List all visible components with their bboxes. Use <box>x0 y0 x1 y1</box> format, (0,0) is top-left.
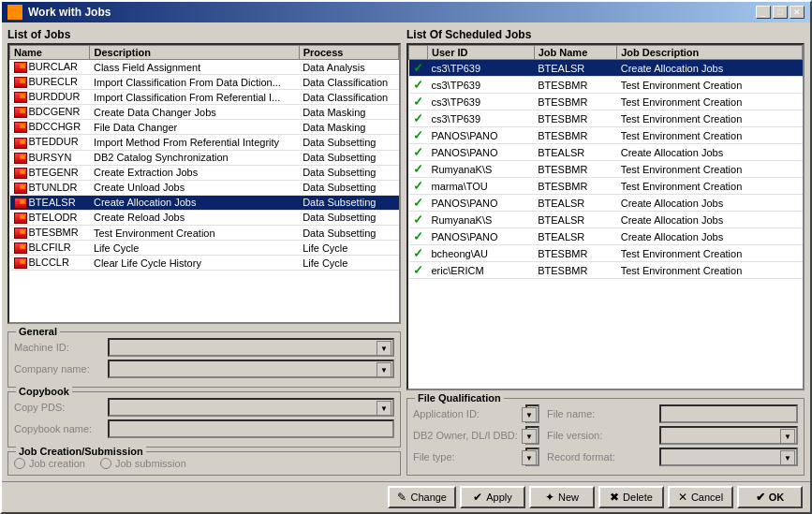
table-row[interactable]: ✓ PANOS\PANO BTESBMR Test Environment Cr… <box>409 127 803 144</box>
app-id-arrow: ▼ <box>522 407 537 422</box>
table-row[interactable]: BTELODR Create Reload Jobs Data Subsetti… <box>10 210 399 225</box>
table-row[interactable]: BURDDUR Import Classification From Refer… <box>10 90 399 105</box>
cancel-button[interactable]: ✕ Cancel <box>668 486 733 508</box>
user-id-cell: cs3\TP639 <box>428 94 535 110</box>
right-list-section: User ID Job Name Job Description ✓ cs3\T… <box>406 43 805 390</box>
col-job-name: Job Name <box>534 46 617 60</box>
job-icon <box>14 92 27 103</box>
check-cell: ✓ <box>409 228 428 245</box>
user-id-cell: PANOS\PANO <box>428 228 535 245</box>
table-row[interactable]: BURECLR Import Classification From Data … <box>10 75 399 90</box>
table-row[interactable]: ✓ marma\TOU BTESBMR Test Environment Cre… <box>409 178 803 195</box>
jobs-list-container[interactable]: Name Description Process BURCLAR Class F… <box>7 43 401 324</box>
job-icon <box>14 107 27 118</box>
delete-button[interactable]: ✖ Delete <box>598 486 664 508</box>
job-name-cell: BTEALSR <box>10 195 90 210</box>
apply-button[interactable]: ✔ Apply <box>460 486 525 508</box>
job-name-cell: BTUNLDR <box>10 180 90 195</box>
job-desc-cell: Create Allocation Jobs <box>617 228 803 245</box>
new-label: New <box>558 492 579 503</box>
user-id-cell: RumyanaK\S <box>428 161 535 178</box>
maximize-button[interactable]: □ <box>773 6 788 19</box>
main-window: Work with Jobs _ □ ✕ List of Jobs Name D… <box>0 0 812 514</box>
check-cell: ✓ <box>409 110 428 127</box>
job-desc-cell: Test Environment Creation <box>617 110 803 127</box>
table-row[interactable]: BTESBMR Test Environment Creation Data S… <box>10 226 399 241</box>
user-id-cell: PANOS\PANO <box>428 195 535 212</box>
db2-select[interactable]: ▼ <box>525 426 539 445</box>
copybook-name-input[interactable] <box>108 419 394 438</box>
user-id-cell: cs3\TP639 <box>428 60 535 77</box>
record-format-select[interactable]: ▼ <box>659 448 798 466</box>
table-row[interactable]: BLCCLR Clear Life Cycle History Life Cyc… <box>10 256 399 271</box>
table-row[interactable]: ✓ cs3\TP639 BTESBMR Test Environment Cre… <box>409 94 803 110</box>
table-row[interactable]: ✓ cs3\TP639 BTESBMR Test Environment Cre… <box>409 110 803 127</box>
file-type-select[interactable]: ▼ <box>525 448 539 466</box>
ok-button[interactable]: ✔ OK <box>737 486 803 508</box>
company-name-select[interactable]: ▼ <box>108 360 394 378</box>
table-row[interactable]: BTUNLDR Create Unload Jobs Data Subsetti… <box>10 180 399 195</box>
general-section: General Machine ID: ▼ Company name: ▼ <box>7 331 401 388</box>
delete-label: Delete <box>623 492 653 503</box>
table-row[interactable]: ✓ PANOS\PANO BTEALSR Create Allocation J… <box>409 144 803 161</box>
check-cell: ✓ <box>409 144 428 161</box>
machine-id-select[interactable]: ▼ <box>108 338 394 357</box>
change-button[interactable]: ✎ Change <box>388 486 456 508</box>
table-row[interactable]: BDCCHGR File Data Changer Data Masking <box>10 120 399 135</box>
job-name-cell: BTESBMR <box>534 262 617 279</box>
job-process-cell: Data Analysis <box>299 60 398 75</box>
table-row[interactable]: BURCLAR Class Field Assignment Data Anal… <box>10 60 399 75</box>
general-legend: General <box>16 326 60 337</box>
job-process-cell: Data Classification <box>299 75 398 90</box>
table-row[interactable]: ✓ cs3\TP639 BTESBMR Test Environment Cre… <box>409 77 803 94</box>
close-button[interactable]: ✕ <box>790 6 805 19</box>
table-row[interactable]: ✓ cs3\TP639 BTEALSR Create Allocation Jo… <box>409 60 803 77</box>
table-row[interactable]: ✓ eric\ERICM BTESBMR Test Environment Cr… <box>409 262 803 279</box>
db2-label: DB2 Owner, DL/I DBD: <box>413 430 525 441</box>
radio-job-submission[interactable]: Job submission <box>100 458 186 469</box>
fq-legend: File Qualification <box>415 392 504 404</box>
table-row[interactable]: BTEDDUR Import Method From Referential I… <box>10 135 399 150</box>
table-row[interactable]: ✓ RumyanaK\S BTEALSR Create Allocation J… <box>409 212 803 228</box>
job-name-cell: BTESBMR <box>534 110 617 127</box>
record-format-label: Record format: <box>547 451 659 463</box>
table-row[interactable]: BURSYN DB2 Catalog Synchronization Data … <box>10 150 399 165</box>
minimize-button[interactable]: _ <box>756 6 771 19</box>
left-top: List of Jobs Name Description Process <box>7 28 401 324</box>
table-row[interactable]: ✓ PANOS\PANO BTEALSR Create Allocation J… <box>409 228 803 245</box>
table-row[interactable]: BLCFILR Life Cycle Life Cycle <box>10 241 399 256</box>
table-row[interactable]: BTEGENR Create Extraction Jobs Data Subs… <box>10 165 399 180</box>
col-process: Process <box>299 46 398 60</box>
app-id-select[interactable]: ▼ <box>525 404 539 423</box>
new-button[interactable]: ✦ New <box>529 486 595 508</box>
file-version-select[interactable]: ▼ <box>659 426 798 445</box>
job-name-cell: BTEALSR <box>534 144 617 161</box>
check-icon: ✓ <box>413 128 423 142</box>
radio-job-creation[interactable]: Job creation <box>14 458 85 469</box>
table-row[interactable]: ✓ RumyanaK\S BTESBMR Test Environment Cr… <box>409 161 803 178</box>
table-row[interactable]: BDCGENR Create Data Changer Jobs Data Ma… <box>10 105 399 120</box>
window-title: Work with Jobs <box>28 6 111 19</box>
copy-pds-select[interactable]: ▼ <box>108 398 394 417</box>
file-name-input[interactable] <box>659 404 798 423</box>
check-cell: ✓ <box>409 212 428 228</box>
app-id-row: Application ID: ▼ <box>413 404 539 423</box>
table-row[interactable]: BTEALSR Create Allocation Jobs Data Subs… <box>10 195 399 210</box>
job-desc-cell: Import Classification From Data Diction.… <box>90 75 299 90</box>
radio-group: Job creation Job submission <box>14 458 394 469</box>
machine-id-arrow: ▼ <box>376 341 391 356</box>
check-cell: ✓ <box>409 94 428 110</box>
col-description: Description <box>90 46 299 60</box>
table-row[interactable]: ✓ bcheong\AU BTESBMR Test Environment Cr… <box>409 245 803 262</box>
title-bar-left: Work with Jobs <box>7 5 111 20</box>
job-name-cell: BURCLAR <box>10 60 90 75</box>
col-user-id: User ID <box>428 46 535 60</box>
radio-circle-submission <box>100 458 111 469</box>
job-name-cell: BTELODR <box>10 210 90 225</box>
job-desc-cell: Create Data Changer Jobs <box>90 105 299 120</box>
user-id-cell: PANOS\PANO <box>428 127 535 144</box>
table-row[interactable]: ✓ PANOS\PANO BTEALSR Create Allocation J… <box>409 195 803 212</box>
scheduled-list[interactable]: User ID Job Name Job Description ✓ cs3\T… <box>406 43 805 390</box>
job-process-cell: Data Masking <box>299 120 398 135</box>
radio-submission-label: Job submission <box>115 458 186 469</box>
